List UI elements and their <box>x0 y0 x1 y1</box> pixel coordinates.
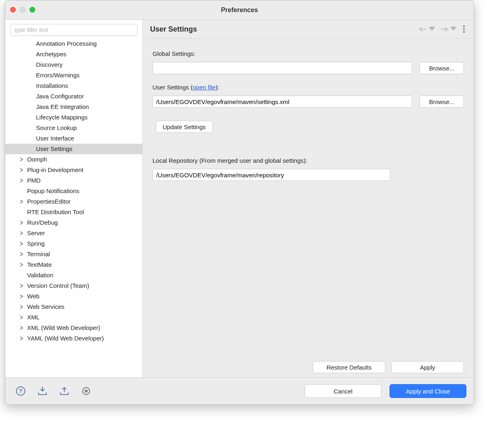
nav-back-button[interactable] <box>419 26 436 32</box>
help-button[interactable]: ? <box>14 385 27 398</box>
import-icon <box>37 385 48 397</box>
nav-forward-button[interactable] <box>440 26 457 32</box>
tree-item-label: Discovery <box>36 60 63 69</box>
tree-item[interactable]: User Interface <box>5 133 142 144</box>
chevron-right-icon[interactable] <box>18 336 25 340</box>
tree-item[interactable]: Installations <box>5 81 142 91</box>
tree-item[interactable]: User Settings <box>5 144 142 154</box>
chevron-right-icon[interactable] <box>18 179 25 183</box>
zoom-window-button[interactable] <box>30 7 35 13</box>
tree-item[interactable]: Annotation Processing <box>5 38 142 49</box>
tree-item-label: Source Lookup <box>36 123 77 132</box>
content: Global Settings: Browse... User Settings… <box>143 39 474 377</box>
chevron-right-icon[interactable] <box>18 168 25 172</box>
apply-and-close-button[interactable]: Apply and Close <box>390 384 466 398</box>
browse-global-button[interactable]: Browse... <box>419 62 464 74</box>
tree-item[interactable]: PMD <box>5 175 142 186</box>
chevron-right-icon[interactable] <box>18 326 25 330</box>
tree-item[interactable]: Validation <box>5 270 142 281</box>
tree-item-label: YAML (Wild Web Developer) <box>27 334 104 343</box>
tree-item[interactable]: Server <box>5 228 142 238</box>
tree-item[interactable]: Terminal <box>5 249 142 259</box>
chevron-right-icon[interactable] <box>18 284 25 288</box>
chevron-right-icon[interactable] <box>18 231 25 235</box>
tree-item[interactable]: RTE Distribution Tool <box>5 207 142 217</box>
tree-item-label: Annotation Processing <box>36 39 97 48</box>
chevron-right-icon[interactable] <box>18 305 25 309</box>
tree-item[interactable]: Java EE Integration <box>5 102 142 112</box>
chevron-right-icon[interactable] <box>18 157 25 162</box>
titlebar: Preferences <box>5 0 474 20</box>
browse-user-button[interactable]: Browse... <box>419 96 464 108</box>
filter-input[interactable] <box>10 24 138 36</box>
tree-item[interactable]: Version Control (Team) <box>5 281 142 291</box>
global-settings-label: Global Settings: <box>152 50 464 57</box>
chevron-right-icon[interactable] <box>18 221 25 225</box>
update-settings-button[interactable]: Update Settings <box>156 121 213 133</box>
chevron-right-icon[interactable] <box>18 315 25 319</box>
circle-icon <box>80 385 92 397</box>
open-file-link[interactable]: open file <box>193 84 216 91</box>
tree-item-label: Web <box>27 291 40 301</box>
tree-item[interactable]: Run/Debug <box>5 217 142 228</box>
chevron-right-icon[interactable] <box>18 294 25 298</box>
tree-item[interactable]: Popup Notifications <box>5 186 142 196</box>
tree-item[interactable]: Web Services <box>5 302 142 312</box>
tree-item[interactable]: Source Lookup <box>5 123 142 133</box>
tree-item[interactable]: Spring <box>5 238 142 249</box>
tree-item[interactable]: Lifecycle Mappings <box>5 112 142 123</box>
tree-item-label: Spring <box>27 239 44 248</box>
tree-item-label: PropertiesEditor <box>27 197 71 206</box>
header-toolbar <box>419 25 466 34</box>
tree-item-label: Web Services <box>27 302 64 311</box>
svg-text:?: ? <box>19 388 22 394</box>
view-menu-button[interactable] <box>462 25 466 34</box>
tree-item[interactable]: PropertiesEditor <box>5 196 142 207</box>
local-repo-input[interactable] <box>152 169 390 181</box>
tree-item[interactable]: TextMate <box>5 259 142 270</box>
preferences-window: Preferences Annotation ProcessingArchety… <box>5 0 474 405</box>
chevron-right-icon[interactable] <box>18 263 25 267</box>
user-settings-input[interactable] <box>152 96 412 108</box>
tree-item-label: Lifecycle Mappings <box>36 113 88 122</box>
tree-item-label: Oomph <box>27 155 47 164</box>
chevron-right-icon[interactable] <box>18 252 25 256</box>
close-window-button[interactable] <box>10 7 16 13</box>
tree-item-label: RTE Distribution Tool <box>27 207 84 217</box>
content-footer: Restore Defaults Apply <box>152 357 464 373</box>
preference-tree[interactable]: Annotation ProcessingArchetypesDiscovery… <box>5 38 142 377</box>
tree-item-label: XML <box>27 313 40 322</box>
tree-item[interactable]: XML <box>5 312 142 323</box>
apply-button[interactable]: Apply <box>391 361 464 373</box>
tree-item[interactable]: Oomph <box>5 154 142 165</box>
tree-item-label: User Settings <box>36 144 72 153</box>
arrow-right-icon <box>440 26 448 32</box>
chevron-right-icon[interactable] <box>18 242 25 246</box>
tree-item-label: TextMate <box>27 260 52 269</box>
export-button[interactable] <box>58 385 71 398</box>
tree-item[interactable]: YAML (Wild Web Developer) <box>5 333 142 344</box>
help-icon: ? <box>15 385 26 397</box>
tree-item[interactable]: Errors/Warnings <box>5 70 142 81</box>
import-button[interactable] <box>36 385 49 398</box>
tree-item[interactable]: Plug-in Development <box>5 165 142 175</box>
body: Annotation ProcessingArchetypesDiscovery… <box>5 20 474 378</box>
global-settings-input[interactable] <box>152 62 412 74</box>
tree-item-label: Plug-in Development <box>27 165 83 174</box>
oomph-recorder-button[interactable] <box>80 385 93 398</box>
tree-item[interactable]: Java Configurator <box>5 91 142 102</box>
tree-item-label: XML (Wild Web Developer) <box>27 323 100 332</box>
cancel-button[interactable]: Cancel <box>305 384 381 398</box>
chevron-right-icon[interactable] <box>18 200 25 204</box>
minimize-window-button[interactable] <box>20 7 25 13</box>
tree-item[interactable]: XML (Wild Web Developer) <box>5 323 142 333</box>
tree-item-label: Java Configurator <box>36 91 84 101</box>
dialog-footer: ? Cancel Apply and Close <box>5 378 474 404</box>
svg-point-3 <box>85 389 88 393</box>
restore-defaults-button[interactable]: Restore Defaults <box>313 361 385 373</box>
page-title: User Settings <box>150 25 197 34</box>
tree-item[interactable]: Archetypes <box>5 49 142 60</box>
window-controls <box>10 7 35 13</box>
tree-item[interactable]: Web <box>5 291 142 302</box>
tree-item[interactable]: Discovery <box>5 60 142 70</box>
